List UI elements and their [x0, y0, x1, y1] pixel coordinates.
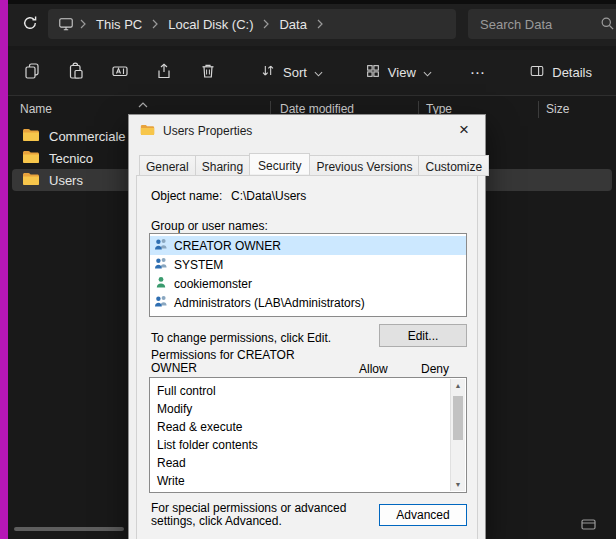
permission-name: Read & execute	[157, 420, 242, 434]
permission-row-list-folder-contents[interactable]: List folder contents	[150, 436, 466, 454]
column-header-name[interactable]: Name	[20, 102, 52, 116]
breadcrumb-this-pc[interactable]: This PC	[92, 15, 146, 34]
sort-ascending-icon	[138, 97, 148, 111]
allow-column-label: Allow	[359, 362, 388, 376]
copy-button[interactable]	[14, 55, 50, 91]
sort-label: Sort	[283, 65, 307, 80]
permissions-for-label: Permissions for CREATOR OWNER	[151, 349, 311, 375]
user-name: SYSTEM	[174, 258, 223, 272]
group-icon	[154, 295, 168, 310]
edit-button[interactable]: Edit...	[379, 324, 467, 347]
list-item-creator-owner[interactable]: CREATOR OWNER	[150, 236, 466, 255]
permissions-scrollbar[interactable]: ▲ ▼	[450, 379, 465, 491]
group-icon	[154, 257, 168, 272]
list-item-cookiemonster[interactable]: cookiemonster	[150, 274, 466, 293]
users-properties-dialog: Users Properties × General Sharing Secur…	[128, 114, 486, 539]
permission-row-write[interactable]: Write	[150, 472, 466, 490]
details-pane-icon	[529, 63, 545, 82]
permission-row-full-control[interactable]: Full control	[150, 382, 466, 400]
tab-customize[interactable]: Customize	[418, 155, 489, 176]
scroll-down-icon[interactable]: ▼	[451, 481, 465, 488]
dialog-title-bar[interactable]: Users Properties	[129, 115, 485, 147]
permission-name: List folder contents	[157, 438, 258, 452]
rename-button[interactable]	[102, 55, 138, 91]
tab-security[interactable]: Security	[249, 153, 310, 174]
refresh-icon	[22, 15, 38, 35]
tab-general[interactable]: General	[139, 155, 196, 176]
advanced-button[interactable]: Advanced	[379, 504, 467, 526]
horizontal-scrollbar[interactable]	[14, 527, 124, 531]
close-icon: ×	[459, 120, 469, 140]
paste-button[interactable]	[58, 55, 94, 91]
view-label: View	[388, 65, 416, 80]
edit-hint: To change permissions, click Edit.	[151, 331, 331, 345]
sort-icon	[260, 63, 276, 82]
view-mode-icon[interactable]	[581, 517, 596, 535]
background-app-strip	[0, 0, 8, 539]
deny-column-label: Deny	[421, 362, 449, 376]
share-icon	[155, 62, 173, 84]
user-name: CREATOR OWNER	[174, 239, 281, 253]
breadcrumb-data[interactable]: Data	[275, 15, 310, 34]
group-user-names-label: Group or user names:	[151, 219, 268, 233]
address-bar[interactable]: This PC Local Disk (C:) Data	[48, 9, 456, 39]
tab-previous-versions[interactable]: Previous Versions	[309, 155, 419, 176]
column-divider[interactable]	[538, 101, 539, 118]
search-icon	[600, 16, 615, 35]
chevron-down-icon	[314, 65, 323, 80]
share-button[interactable]	[146, 55, 182, 91]
chevron-right-icon	[311, 19, 329, 29]
permission-name: Read	[157, 456, 186, 470]
object-name-label: Object name:	[151, 189, 222, 203]
chevron-right-icon	[74, 19, 92, 29]
permission-row-modify[interactable]: Modify	[150, 400, 466, 418]
folder-icon	[140, 124, 155, 139]
folder-name: Commerciale	[49, 129, 126, 144]
folder-icon	[22, 128, 40, 145]
chevron-right-icon	[257, 19, 275, 29]
column-header-size[interactable]: Size	[546, 102, 569, 116]
view-dropdown[interactable]: View	[355, 56, 442, 89]
folder-icon	[22, 150, 40, 167]
scroll-up-icon[interactable]: ▲	[451, 382, 465, 389]
group-icon	[154, 238, 168, 253]
search-input[interactable]	[480, 9, 596, 39]
object-name-value: C:\Data\Users	[231, 189, 306, 203]
folder-name: Users	[49, 173, 83, 188]
list-item-system[interactable]: SYSTEM	[150, 255, 466, 274]
permission-name: Full control	[157, 384, 216, 398]
permission-row-read-execute[interactable]: Read & execute	[150, 418, 466, 436]
user-icon	[154, 276, 168, 291]
details-label: Details	[552, 65, 592, 80]
this-pc-icon	[58, 16, 74, 32]
navigation-bar: This PC Local Disk (C:) Data	[8, 4, 616, 46]
more-options-button[interactable]: ⋯	[458, 58, 498, 88]
chevron-right-icon	[146, 19, 164, 29]
permission-name: Write	[157, 474, 185, 488]
copy-icon	[23, 62, 41, 84]
delete-button[interactable]	[190, 55, 226, 91]
more-icon: ⋯	[470, 64, 486, 81]
user-name: cookiemonster	[174, 277, 252, 291]
trash-icon	[199, 62, 217, 84]
list-item-administrators[interactable]: Administrators (LAB\Administrators)	[150, 293, 466, 312]
refresh-button[interactable]	[14, 9, 46, 41]
chevron-down-icon	[423, 65, 432, 80]
permissions-list[interactable]: Full control Modify Read & execute List …	[149, 377, 467, 493]
user-name: Administrators (LAB\Administrators)	[174, 296, 365, 310]
advanced-hint: For special permissions or advanced sett…	[151, 502, 376, 528]
folder-icon	[22, 172, 40, 189]
scrollbar-thumb[interactable]	[453, 396, 463, 440]
view-grid-icon	[365, 63, 381, 82]
explorer-window: This PC Local Disk (C:) Data	[0, 0, 616, 539]
permission-row-read[interactable]: Read	[150, 454, 466, 472]
rename-icon	[111, 62, 129, 84]
group-user-names-list[interactable]: CREATOR OWNER SYSTEM cookiemonster Admin…	[149, 233, 467, 317]
folder-name: Tecnico	[49, 151, 93, 166]
tab-sharing[interactable]: Sharing	[195, 155, 250, 176]
sort-dropdown[interactable]: Sort	[250, 56, 333, 89]
breadcrumb-local-disk-c[interactable]: Local Disk (C:)	[164, 15, 257, 34]
close-button[interactable]: ×	[443, 115, 485, 145]
dialog-tabs: General Sharing Security Previous Versio…	[139, 155, 488, 176]
details-toggle-button[interactable]: Details	[519, 56, 602, 89]
